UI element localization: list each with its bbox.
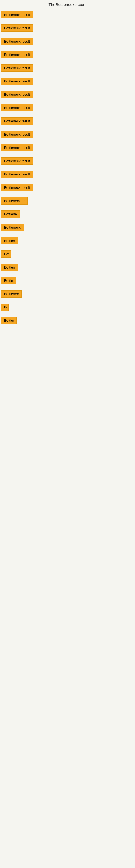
bottleneck-badge[interactable]: Bottlene	[1, 211, 20, 218]
list-item: Bottleneck result	[1, 38, 135, 46]
bottleneck-badge[interactable]: Bottlen	[1, 237, 18, 244]
bottleneck-badge[interactable]: Bottleneck r	[1, 224, 24, 231]
list-item: Bottle	[1, 277, 135, 285]
list-item: Bottleneck result	[1, 184, 135, 192]
list-item: Bottleneck r	[1, 224, 135, 232]
bottleneck-badge[interactable]: Bottleneck result	[1, 131, 33, 138]
site-header: TheBottlenecker.com	[0, 0, 135, 10]
site-title: TheBottlenecker.com	[0, 0, 135, 10]
bottleneck-badge[interactable]: Bottleneck result	[1, 51, 33, 58]
bottleneck-badge[interactable]: Bot	[1, 250, 11, 258]
list-item: Bottleneck result	[1, 51, 135, 59]
list-item: Bottleneck result	[1, 157, 135, 166]
bottleneck-badge[interactable]: Bottleneck result	[1, 91, 33, 98]
bottleneck-badge[interactable]: Bottler	[1, 317, 17, 324]
list-item: Bottler	[1, 317, 135, 325]
list-item: Bot	[1, 250, 135, 259]
bottleneck-badge[interactable]: Bottleneck result	[1, 78, 33, 85]
list-item: Bottleneck result	[1, 144, 135, 152]
bottleneck-badge[interactable]: Bottlen	[1, 264, 18, 271]
list-item: Bottleneck result	[1, 131, 135, 139]
list-item: Bottleneck result	[1, 118, 135, 126]
bottleneck-badge[interactable]: Bottleneck re	[1, 197, 28, 205]
bottleneck-list: Bottleneck resultBottleneck resultBottle…	[0, 10, 135, 325]
list-item: Bottleneck re	[1, 197, 135, 206]
bottleneck-badge[interactable]: Bottleneck result	[1, 184, 33, 191]
list-item: Bottleneck result	[1, 170, 135, 179]
list-item: Bottleneck result	[1, 64, 135, 73]
list-item: Bottleneck result	[1, 11, 135, 20]
bottleneck-badge[interactable]: Bottleneck result	[1, 170, 33, 178]
list-item: Bottlen	[1, 237, 135, 246]
list-item: Bottlen	[1, 264, 135, 272]
list-item: Bottleneck result	[1, 78, 135, 86]
bottleneck-badge[interactable]: Bottleneck result	[1, 104, 33, 112]
bottleneck-badge[interactable]: Bottle	[1, 277, 16, 284]
bottleneck-badge[interactable]: Bottleneck result	[1, 118, 33, 125]
list-item: Bottleneck result	[1, 91, 135, 99]
list-item: Bottleneck result	[1, 104, 135, 113]
bottleneck-badge[interactable]: Bottleneck result	[1, 64, 33, 72]
list-item: Bottlenec	[1, 290, 135, 299]
bottleneck-badge[interactable]: Bottleneck result	[1, 38, 33, 45]
bottleneck-badge[interactable]: Bottleneck result	[1, 24, 33, 32]
list-item: Bottlene	[1, 211, 135, 219]
list-item: Bottleneck result	[1, 24, 135, 33]
list-item: Bo	[1, 304, 135, 312]
bottleneck-badge[interactable]: Bottleneck result	[1, 11, 33, 19]
bottleneck-badge[interactable]: Bottleneck result	[1, 144, 33, 151]
bottleneck-badge[interactable]: Bottlenec	[1, 290, 21, 298]
bottleneck-badge[interactable]: Bo	[1, 304, 9, 311]
bottleneck-badge[interactable]: Bottleneck result	[1, 157, 33, 165]
